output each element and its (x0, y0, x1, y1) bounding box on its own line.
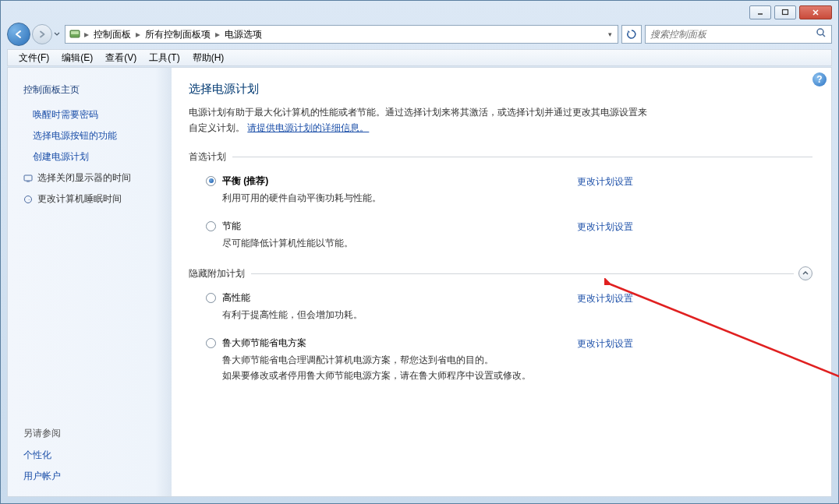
section-preferred-plans: 首选计划 (189, 150, 226, 164)
sidebar-home[interactable]: 控制面板主页 (8, 80, 172, 104)
sleep-icon (23, 195, 33, 204)
plan-description: 利用可用的硬件自动平衡功耗与性能。 (222, 191, 568, 206)
search-icon[interactable] (816, 27, 827, 41)
menu-file[interactable]: 文件(F) (12, 51, 55, 65)
plan-radio[interactable] (206, 293, 216, 303)
plan-description: 鲁大师节能省电合理调配计算机电源方案，帮您达到省电的目的。 如果要修改或者停用鲁… (222, 353, 568, 382)
sidebar-create-plan[interactable]: 创建电源计划 (8, 146, 172, 167)
crumb-arrow-icon[interactable]: ▸ (134, 29, 142, 40)
sidebar-power-button[interactable]: 选择电源按钮的功能 (8, 125, 172, 146)
refresh-button[interactable] (621, 25, 642, 44)
main-content: ? 选择电源计划 电源计划有助于最大化计算机的性能或者节能。通过选择计划来将其激… (172, 68, 831, 496)
svg-point-4 (817, 29, 823, 35)
sidebar-require-password[interactable]: 唤醒时需要密码 (8, 104, 172, 125)
sidebar-sleep-time[interactable]: 更改计算机睡眠时间 (8, 189, 172, 210)
breadcrumb-all-items[interactable]: 所有控制面板项 (142, 28, 214, 41)
nav-history-dropdown[interactable] (52, 24, 62, 44)
help-icon[interactable]: ? (812, 72, 827, 86)
page-title: 选择电源计划 (189, 82, 812, 97)
nav-forward-button[interactable] (32, 24, 52, 44)
address-bar[interactable]: ▸ 控制面板 ▸ 所有控制面板项 ▸ 电源选项 ▾ (65, 25, 618, 44)
page-description: 电源计划有助于最大化计算机的性能或者节能。通过选择计划来将其激活，或选择计划并通… (189, 104, 649, 136)
search-box[interactable] (645, 25, 832, 44)
menu-help[interactable]: 帮助(H) (186, 51, 231, 65)
plan-name[interactable]: 平衡 (推荐) (222, 174, 568, 188)
breadcrumb-current[interactable]: 电源选项 (221, 28, 265, 41)
sidebar-see-also: 另请参阅 (8, 422, 172, 445)
power-plan-row: 节能尽可能降低计算机性能以节能。更改计划设置 (189, 217, 633, 262)
menu-bar: 文件(F) 编辑(E) 查看(V) 工具(T) 帮助(H) (7, 49, 832, 66)
sidebar-turn-off-display[interactable]: 选择关闭显示器的时间 (8, 167, 172, 189)
collapse-hidden-plans-button[interactable] (798, 266, 812, 280)
sidebar: 控制面板主页 唤醒时需要密码 选择电源按钮的功能 创建电源计划 选择关闭显示器的… (8, 68, 172, 496)
nav-back-button[interactable] (7, 23, 30, 46)
change-plan-settings-link[interactable]: 更改计划设置 (577, 220, 633, 234)
change-plan-settings-link[interactable]: 更改计划设置 (577, 174, 633, 189)
svg-rect-1 (783, 10, 788, 15)
change-plan-settings-link[interactable]: 更改计划设置 (577, 337, 633, 351)
maximize-button[interactable] (774, 5, 796, 19)
crumb-arrow-icon[interactable]: ▸ (83, 29, 90, 40)
plan-name[interactable]: 高性能 (222, 291, 568, 305)
detailed-info-link[interactable]: 请提供电源计划的详细信息。 (247, 122, 369, 133)
close-button[interactable] (799, 5, 832, 19)
sidebar-user-accounts[interactable]: 用户帐户 (8, 466, 172, 487)
display-icon (23, 174, 33, 183)
menu-tools[interactable]: 工具(T) (143, 51, 186, 65)
plan-radio[interactable] (206, 176, 216, 186)
plan-description: 有利于提高性能，但会增加功耗。 (222, 308, 568, 322)
power-plan-row: 鲁大师节能省电方案鲁大师节能省电合理调配计算机电源方案，帮您达到省电的目的。 如… (189, 333, 633, 393)
menu-view[interactable]: 查看(V) (99, 51, 143, 65)
minimize-button[interactable] (749, 5, 771, 19)
svg-line-5 (823, 34, 825, 37)
sidebar-personalization[interactable]: 个性化 (8, 445, 172, 466)
section-hidden-plans: 隐藏附加计划 (189, 267, 245, 280)
crumb-arrow-icon[interactable]: ▸ (214, 29, 221, 40)
svg-rect-3 (71, 31, 79, 34)
power-plan-row: 平衡 (推荐)利用可用的硬件自动平衡功耗与性能。更改计划设置 (189, 171, 633, 217)
search-input[interactable] (650, 29, 816, 40)
plan-radio[interactable] (206, 338, 216, 348)
plan-radio[interactable] (206, 221, 216, 231)
change-plan-settings-link[interactable]: 更改计划设置 (577, 291, 633, 305)
menu-edit[interactable]: 编辑(E) (55, 51, 99, 65)
power-plan-row: 高性能有利于提高性能，但会增加功耗。更改计划设置 (189, 288, 633, 333)
svg-rect-6 (24, 175, 32, 181)
plan-name[interactable]: 节能 (222, 220, 568, 233)
address-dropdown[interactable]: ▾ (606, 30, 614, 38)
sidebar-item-label: 选择关闭显示器的时间 (37, 171, 131, 185)
sidebar-item-label: 更改计算机睡眠时间 (37, 192, 122, 206)
control-panel-icon (69, 28, 81, 41)
plan-description: 尽可能降低计算机性能以节能。 (222, 236, 568, 251)
plan-name[interactable]: 鲁大师节能省电方案 (222, 337, 568, 350)
breadcrumb-root[interactable]: 控制面板 (90, 28, 134, 41)
